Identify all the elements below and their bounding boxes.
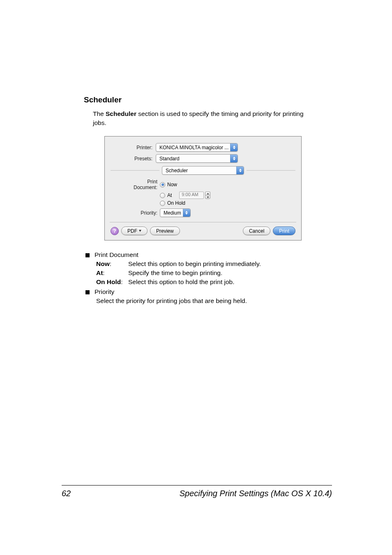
radio-at[interactable] xyxy=(160,193,165,198)
section-value: Scheduler xyxy=(166,168,188,173)
desc-now: Select this option to begin printing imm… xyxy=(128,260,261,268)
presets-value: Standard xyxy=(159,156,180,162)
chevron-up-icon xyxy=(205,192,210,195)
section-select[interactable]: Scheduler xyxy=(162,166,244,175)
time-input[interactable]: 9:00 AM xyxy=(179,192,204,199)
chevron-updown-icon xyxy=(236,166,244,174)
presets-select[interactable]: Standard xyxy=(156,154,238,163)
cancel-button[interactable]: Cancel xyxy=(243,227,270,235)
desc-priority: Select the priority for printing jobs th… xyxy=(96,297,314,305)
print-panel: Printer: KONICA MINOLTA magicolor ... Pr… xyxy=(104,136,302,240)
radio-now[interactable] xyxy=(160,182,165,187)
chevron-updown-icon xyxy=(230,155,238,162)
priority-value: Medium xyxy=(164,210,181,216)
bullet-icon xyxy=(85,253,90,257)
bullet-print-document: Print Document xyxy=(95,251,138,259)
radio-now-label: Now xyxy=(167,182,177,187)
preview-button[interactable]: Preview xyxy=(150,227,180,235)
printer-select[interactable]: KONICA MINOLTA magicolor ... xyxy=(156,143,238,152)
presets-label: Presets: xyxy=(111,156,156,162)
intro-pre: The xyxy=(93,110,106,117)
printer-value: KONICA MINOLTA magicolor ... xyxy=(159,145,228,150)
print-button[interactable]: Print xyxy=(273,227,295,235)
term-now: Now xyxy=(96,260,128,268)
bullet-icon xyxy=(85,290,90,294)
chevron-updown-icon xyxy=(230,143,238,151)
chevron-down-icon xyxy=(139,230,141,232)
desc-at: Specify the time to begin printing. xyxy=(128,269,222,277)
printer-label: Printer: xyxy=(111,145,156,150)
divider xyxy=(247,170,295,171)
bullet-priority: Priority xyxy=(95,288,114,296)
radio-at-label: At xyxy=(167,192,172,198)
footer-title: Specifying Print Settings (Mac OS X 10.4… xyxy=(180,489,332,498)
intro-bold: Scheduler xyxy=(106,110,136,117)
pdf-button[interactable]: PDF xyxy=(121,227,148,235)
section-heading: Scheduler xyxy=(84,95,314,104)
chevron-updown-icon xyxy=(183,209,190,217)
priority-label: Priority: xyxy=(122,210,160,216)
priority-select[interactable]: Medium xyxy=(160,208,191,217)
help-button[interactable]: ? xyxy=(111,227,119,235)
divider xyxy=(111,170,159,171)
term-hold: On Hold xyxy=(96,278,128,286)
intro-paragraph: The Scheduler section is used to specify… xyxy=(93,109,314,127)
chevron-down-icon xyxy=(205,195,210,199)
radio-hold-label: On Hold xyxy=(167,200,185,206)
cancel-label: Cancel xyxy=(249,228,264,234)
radio-hold[interactable] xyxy=(160,201,165,206)
time-stepper[interactable] xyxy=(205,192,210,199)
divider xyxy=(110,222,296,222)
print-document-label: Print Document: xyxy=(122,179,160,190)
preview-label: Preview xyxy=(156,228,174,234)
pdf-label: PDF xyxy=(127,228,137,234)
term-at: At xyxy=(96,269,128,277)
print-label: Print xyxy=(279,228,289,234)
desc-hold: Select this option to hold the print job… xyxy=(128,278,235,286)
page-number: 62 xyxy=(62,489,71,498)
page-footer: 62 Specifying Print Settings (Mac OS X 1… xyxy=(62,485,332,498)
